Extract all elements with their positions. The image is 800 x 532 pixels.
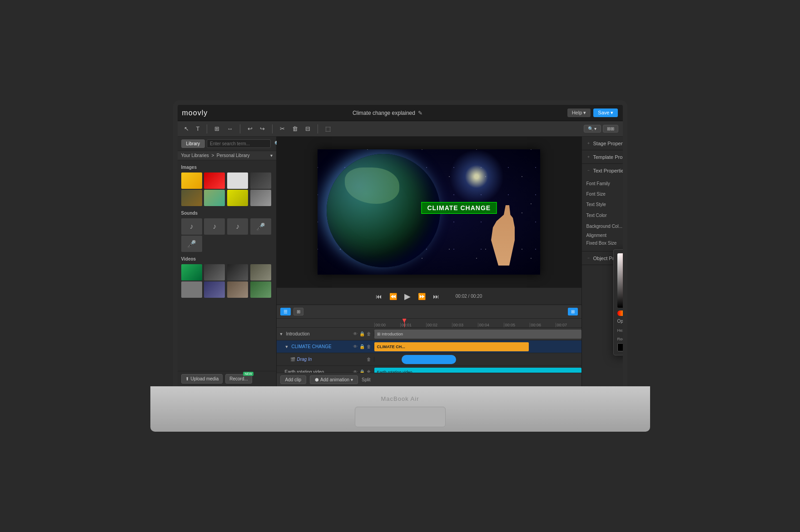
text-style-label: Text Style (586, 202, 623, 207)
introduction-track-row: ▼ Introduction 👁 🔒 🗑 (277, 328, 581, 340)
font-size-label: Font Size (586, 192, 623, 197)
timeline-header: ☰ ⊞ ⊞ (277, 305, 581, 319)
image-thumb-4[interactable] (250, 172, 271, 189)
library-tab[interactable]: Library (181, 139, 205, 148)
timeline-grid-view-btn[interactable]: ⊞ (293, 308, 303, 315)
climate-visibility-btn[interactable]: 👁 (353, 344, 358, 349)
redo-icon[interactable]: ↪ (258, 124, 267, 133)
sound-thumb-5[interactable]: 🎤 (181, 236, 202, 252)
toolbar-separator-1 (207, 124, 207, 133)
timeline-playhead[interactable] (404, 319, 405, 327)
add-clip-button[interactable]: Add clip (280, 375, 307, 384)
sound-thumb-2[interactable]: ♪ (204, 218, 225, 235)
climate-expand-icon[interactable]: ▼ (285, 345, 289, 349)
skip-to-end-button[interactable]: ⏭ (433, 293, 439, 300)
stage-properties-label: Stage Properties (593, 141, 623, 146)
timeline-list-view-btn[interactable]: ☰ (280, 308, 291, 315)
video-thumb-5[interactable] (181, 281, 202, 298)
image-thumb-3[interactable] (227, 172, 248, 189)
introduction-delete-btn[interactable]: 🗑 (367, 331, 371, 336)
introduction-expand-icon[interactable]: ▼ (279, 332, 283, 336)
sound-thumb-3[interactable]: ♪ (227, 218, 248, 235)
record-button[interactable]: Record... NEW (225, 374, 252, 384)
font-family-row: Font Family Roboto ▾ (586, 180, 623, 187)
earth-track-bar[interactable]: Earth rotating video (374, 368, 581, 373)
image-thumb-6[interactable] (204, 190, 225, 206)
image-thumb-7[interactable] (227, 190, 248, 206)
align-icon[interactable]: ⊞ (213, 124, 221, 133)
image-thumb-5[interactable] (181, 190, 202, 206)
text-properties-section: － Text Properties Font Family Roboto ▾ (582, 164, 623, 251)
video-thumb-4[interactable] (250, 264, 271, 281)
main-content-area: Library 🔍 ⤢ Your Libraries > Personal Li… (178, 137, 623, 386)
cut-icon[interactable]: ✂ (278, 124, 287, 133)
undo-icon[interactable]: ↩ (246, 124, 254, 133)
introduction-track-bar[interactable]: ⊞ Introduction (374, 330, 581, 339)
sound-thumb-4[interactable]: 🎤 (250, 218, 271, 235)
video-thumb-8[interactable] (250, 281, 271, 298)
timeline-expand-btn[interactable]: ⊞ (568, 308, 578, 315)
hue-slider[interactable] (617, 310, 623, 316)
help-button[interactable]: Help ▾ (567, 108, 591, 117)
bg-color-row: Background Col... (586, 222, 623, 230)
drag-in-track-content (374, 353, 581, 365)
canvas-frame: CLIMATE CHANGE (318, 149, 540, 275)
rewind-button[interactable]: ⏪ (389, 293, 397, 300)
color-gradient[interactable] (617, 253, 623, 308)
sound-thumb-1[interactable]: ♪ (181, 218, 202, 235)
sounds-grid: ♪ ♪ ♪ 🎤 🎤 (181, 218, 273, 252)
drag-in-track-bar[interactable] (402, 355, 456, 364)
split-button[interactable]: Split (362, 377, 370, 382)
climate-lock-btn[interactable]: 🔒 (359, 344, 365, 349)
search-input[interactable] (207, 139, 271, 148)
video-thumb-6[interactable] (204, 281, 225, 298)
canvas-area[interactable]: CLIMATE CHANGE (277, 137, 581, 287)
fast-forward-button[interactable]: ⏩ (418, 293, 426, 300)
ruler-mark-0: 00:00 (374, 323, 400, 327)
climate-track-bar[interactable]: CLIMATE CH... (374, 342, 529, 351)
drag-in-delete-btn[interactable]: 🗑 (367, 357, 371, 362)
trackpad (355, 407, 446, 427)
recent-color-black[interactable] (617, 343, 623, 351)
zoom-dropdown[interactable]: 🔍 ▾ (584, 125, 601, 133)
distribute-icon[interactable]: ↔ (225, 124, 234, 133)
video-thumb-7[interactable] (227, 281, 248, 298)
add-animation-button[interactable]: ⬢ Add animation ▾ (310, 375, 358, 384)
images-grid (181, 172, 273, 206)
text-properties-header[interactable]: － Text Properties (582, 164, 623, 177)
edit-title-icon[interactable]: ✎ (418, 110, 422, 116)
video-thumb-3[interactable] (227, 264, 248, 281)
video-thumb-2[interactable] (204, 264, 225, 281)
introduction-lock-btn[interactable]: 🔒 (359, 331, 365, 336)
view-mode-dropdown[interactable]: ⊞⊞ (603, 125, 618, 133)
rewind-to-start-button[interactable]: ⏮ (376, 293, 382, 300)
climate-text-element[interactable]: CLIMATE CHANGE (421, 202, 497, 214)
text-tool-icon[interactable]: T (194, 124, 202, 133)
select-tool-icon[interactable]: ↖ (182, 124, 191, 133)
upload-media-button[interactable]: ⬆ Upload media (181, 374, 223, 384)
image-thumb-1[interactable] (181, 172, 202, 189)
earth-track-actions: 👁 🔒 🗑 (353, 369, 371, 373)
earth-visibility-btn[interactable]: 👁 (353, 369, 358, 373)
earth-lock-btn[interactable]: 🔒 (359, 369, 365, 373)
video-thumb-1[interactable] (181, 264, 202, 281)
ruler-marks: 00:00 00:01 00:02 00:03 00:04 00:05 00:0… (374, 323, 581, 327)
template-properties-header[interactable]: ＋ Template Properties (582, 150, 623, 163)
play-button[interactable]: ▶ (404, 291, 411, 301)
delete-icon[interactable]: 🗑 (290, 124, 300, 133)
climate-track-name: CLIMATE CHANGE (291, 344, 351, 349)
caption-icon[interactable]: ⬚ (323, 124, 333, 133)
stage-properties-expand-icon: ＋ (586, 140, 591, 146)
top-bar-actions: Help ▾ Save ▾ (567, 108, 618, 117)
stage-properties-header[interactable]: ＋ Stage Properties (582, 137, 623, 150)
climate-track-row: ▼ CLIMATE CHANGE 👁 🔒 🗑 (277, 340, 581, 353)
climate-delete-btn[interactable]: 🗑 (367, 344, 371, 349)
save-button[interactable]: Save ▾ (593, 108, 618, 117)
introduction-visibility-btn[interactable]: 👁 (353, 331, 358, 336)
image-thumb-2[interactable] (204, 172, 225, 189)
template-properties-label: Template Properties (593, 154, 623, 160)
image-thumb-8[interactable] (250, 190, 271, 206)
library-selector[interactable]: Your Libraries > Personal Library ▾ (178, 151, 276, 160)
group-icon[interactable]: ⊟ (303, 124, 312, 133)
earth-delete-btn[interactable]: 🗑 (367, 369, 371, 373)
